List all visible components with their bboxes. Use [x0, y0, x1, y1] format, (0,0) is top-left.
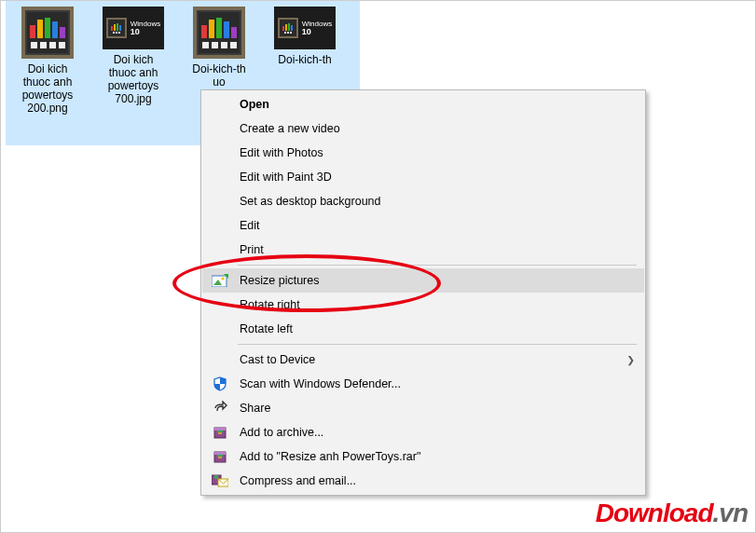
menu-item-edit[interactable]: Edit: [202, 213, 644, 238]
menu-item-scan-defender[interactable]: Scan with Windows Defender...: [202, 372, 644, 396]
blank-icon: [208, 192, 232, 211]
file-thumbnail-icon: [193, 7, 245, 59]
file-thumbnail-icon: Windows10: [274, 7, 336, 49]
menu-item-add-to-named-archive[interactable]: Add to "Resize anh PowerToys.rar": [202, 444, 644, 469]
blank-icon: [208, 295, 232, 314]
menu-item-open[interactable]: Open: [202, 92, 644, 116]
menu-item-create-video[interactable]: Create a new video: [202, 116, 644, 141]
svg-rect-13: [214, 475, 218, 479]
menu-item-set-desktop-bg[interactable]: Set as desktop background: [202, 189, 644, 213]
svg-point-2: [221, 277, 224, 280]
shield-icon: [208, 375, 232, 393]
blank-icon: [208, 119, 232, 138]
menu-item-rotate-left[interactable]: Rotate left: [202, 317, 644, 341]
menu-separator: [238, 265, 637, 266]
menu-item-cast-to-device[interactable]: Cast to Device ❯: [202, 348, 644, 372]
menu-item-add-to-archive[interactable]: Add to archive...: [202, 420, 644, 444]
archive-icon: [208, 447, 232, 466]
archive-icon: [208, 423, 232, 442]
menu-item-print[interactable]: Print: [202, 238, 644, 262]
file-item[interactable]: Windows10 Doi kich thuoc anh powertoys 7…: [91, 3, 175, 116]
blank-icon: [208, 350, 232, 369]
blank-icon: [208, 320, 232, 338]
blank-icon: [208, 240, 232, 259]
blank-icon: [208, 95, 232, 114]
file-label: Doi kich thuoc anh powertoys 700.jpg: [93, 53, 173, 105]
file-item[interactable]: Doi kich thuoc anh powertoys 200.png: [6, 3, 89, 116]
context-menu: Open Create a new video Edit with Photos…: [200, 89, 646, 496]
menu-item-resize-pictures[interactable]: Resize pictures: [202, 268, 644, 293]
menu-item-rotate-right[interactable]: Rotate right: [202, 293, 644, 317]
svg-rect-10: [214, 452, 226, 455]
resize-icon: [208, 271, 232, 290]
watermark-logo: Download.vn: [596, 499, 748, 528]
menu-item-edit-paint3d[interactable]: Edit with Paint 3D: [202, 165, 644, 189]
file-thumbnail-icon: Windows10: [103, 7, 164, 49]
svg-rect-7: [218, 432, 222, 434]
menu-item-compress-email[interactable]: Compress and email...: [202, 469, 644, 493]
svg-rect-11: [218, 457, 222, 458]
file-label: Doi-kich-th: [265, 53, 345, 66]
file-thumbnail-icon: [21, 7, 74, 59]
blank-icon: [208, 216, 232, 235]
menu-item-share[interactable]: Share: [202, 396, 644, 420]
submenu-arrow-icon: ❯: [627, 352, 635, 367]
menu-item-edit-photos[interactable]: Edit with Photos: [202, 141, 644, 165]
file-label: Doi kich thuoc anh powertoys 200.png: [7, 62, 88, 115]
share-icon: [208, 399, 232, 417]
menu-separator: [238, 344, 637, 345]
blank-icon: [208, 168, 232, 186]
archive-mail-icon: [208, 472, 232, 490]
blank-icon: [208, 144, 232, 162]
svg-rect-6: [214, 428, 226, 430]
